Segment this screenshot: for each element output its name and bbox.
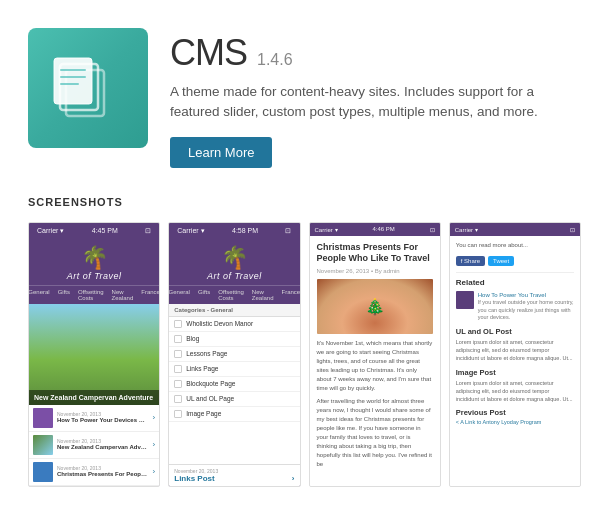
- screenshot-3: Carrier ▾ 4:46 PM ⊡ Christmas Presents F…: [309, 222, 441, 487]
- nav-france-2: France: [282, 289, 300, 301]
- plugin-name: CMS: [170, 32, 247, 74]
- blog-header-bar: Carrier ▾ 4:46 PM ⊡: [310, 223, 440, 236]
- prev-post-link[interactable]: < A Link to Antony Lyoday Program: [456, 419, 574, 425]
- screenshots-label: SCREENSHOTS: [28, 196, 581, 208]
- plugin-version: 1.4.6: [257, 51, 293, 69]
- cat-check-4: [174, 380, 182, 388]
- battery-1: ⊡: [145, 227, 151, 235]
- sidebar-carrier: Carrier ▾: [455, 226, 478, 233]
- nav-france-1: France: [141, 289, 159, 301]
- cat-check-5: [174, 395, 182, 403]
- nav-offsetting-2: Offsetting Costs: [218, 289, 244, 301]
- post-item-1-0: November 20, 2013 How To Power Your Devi…: [29, 405, 159, 432]
- post-arrow-1-0: ›: [153, 413, 156, 422]
- blog-post-title: Christmas Presents For People Who Like T…: [317, 242, 433, 265]
- nav-offsetting-1: Offsetting Costs: [78, 289, 104, 301]
- links-post-section: November 20, 2013 Links Post ›: [169, 464, 299, 486]
- screenshot-2: Carrier ▾ 4:58 PM ⊡ 🌴 Art of Travel Gene…: [168, 222, 300, 487]
- post-arrow-1-2: ›: [153, 467, 156, 476]
- post-info-1-1: November 20, 2013 New Zealand Campervan …: [57, 438, 149, 452]
- nav-nz-1: New Zealand: [112, 289, 134, 301]
- sidebar-battery: ⊡: [570, 226, 575, 233]
- blog-post-content: Christmas Presents For People Who Like T…: [310, 236, 440, 475]
- plugin-description: A theme made for content-heavy sites. In…: [170, 82, 581, 123]
- cat-check-3: [174, 365, 182, 373]
- ul-ol-post-desc: Lorem ipsum dolor sit amet, consectetur …: [456, 338, 574, 363]
- plugin-info: CMS 1.4.6 A theme made for content-heavy…: [170, 28, 581, 168]
- prev-post-title: Previous Post: [456, 408, 574, 417]
- sidebar-top-text: You can read more about...: [456, 241, 574, 250]
- featured-title-1: New Zealand Campervan Adventure: [34, 394, 154, 401]
- post-thumb-1-2: [33, 462, 53, 482]
- palm-tree-icon-2: 🌴: [221, 247, 248, 269]
- plugin-header: CMS 1.4.6 A theme made for content-heavy…: [0, 0, 609, 188]
- sidebar-related-section: Related How To Power You Travel If you t…: [456, 272, 574, 426]
- twitter-share-button[interactable]: Tweet: [488, 256, 514, 266]
- svg-rect-2: [54, 58, 92, 104]
- post-info-1-2: November 20, 2013 Christmas Presents For…: [57, 465, 149, 479]
- phone-nav-1: General Gifts Offsetting Costs New Zeala…: [29, 285, 159, 304]
- category-header: Categories - General: [169, 304, 299, 317]
- learn-more-button[interactable]: Learn More: [170, 137, 272, 168]
- blog-battery: ⊡: [430, 226, 435, 233]
- links-post-arrow: ›: [292, 474, 295, 483]
- related-item-text-0: How To Power You Travel If you travel ou…: [478, 291, 574, 322]
- carrier-2: Carrier ▾: [177, 227, 204, 235]
- image-post-desc: Lorem ipsum dolor sit amet, consectetur …: [456, 379, 574, 404]
- phone-logo-area-1: 🌴 Art of Travel: [29, 239, 159, 285]
- post-info-1-0: November 20, 2013 How To Power Your Devi…: [57, 411, 149, 425]
- nav-nz-2: New Zealand: [252, 289, 274, 301]
- blog-post-meta: November 26, 2013 • By admin: [317, 268, 433, 274]
- cat-check-6: [174, 410, 182, 418]
- post-list-1: November 20, 2013 How To Power Your Devi…: [29, 405, 159, 486]
- nav-general-1: General: [29, 289, 50, 301]
- related-item-0: How To Power You Travel If you travel ou…: [456, 291, 574, 322]
- phone-content-img-1: New Zealand Campervan Adventure: [29, 304, 159, 405]
- content-overlay-1: New Zealand Campervan Adventure: [29, 390, 159, 405]
- blog-post-image: 🎄: [317, 279, 433, 334]
- cat-label-3: Links Page: [186, 365, 218, 372]
- plugin-icon: [28, 28, 148, 148]
- phone-logo-area-2: 🌴 Art of Travel: [169, 239, 299, 285]
- cat-item-3: Links Page: [169, 362, 299, 377]
- cat-item-0: Wholistic Devon Manor: [169, 317, 299, 332]
- cat-label-5: UL and OL Page: [186, 395, 234, 402]
- related-desc-0: If you travel outside your home country,…: [478, 299, 574, 322]
- cat-check-1: [174, 335, 182, 343]
- nav-general-2: General: [169, 289, 190, 301]
- links-post-title: Links Post ›: [174, 474, 294, 483]
- brand-text-2: Art of Travel: [207, 271, 262, 281]
- cat-label-6: Image Page: [186, 410, 221, 417]
- post-title-1-2: Christmas Presents For People Who Like T…: [57, 471, 149, 479]
- post-item-1-1: November 20, 2013 New Zealand Campervan …: [29, 432, 159, 459]
- blog-post-date: November 26, 2013: [317, 268, 370, 274]
- nav-gifts-2: Gifts: [198, 289, 210, 301]
- nav-gifts-1: Gifts: [58, 289, 70, 301]
- post-arrow-1-1: ›: [153, 440, 156, 449]
- ornaments-icon: 🎄: [365, 297, 385, 316]
- cat-label-1: Blog: [186, 335, 199, 342]
- ul-ol-post-title: UL and OL Post: [456, 327, 574, 336]
- blog-post-author: By admin: [375, 268, 400, 274]
- sidebar-content: You can read more about... f Share Tweet…: [450, 236, 580, 431]
- plugin-title-row: CMS 1.4.6: [170, 32, 581, 74]
- cat-label-0: Wholistic Devon Manor: [186, 320, 253, 327]
- time-1: 4:45 PM: [92, 227, 118, 234]
- time-2: 4:58 PM: [232, 227, 258, 234]
- related-title-0: How To Power You Travel: [478, 291, 574, 299]
- facebook-share-button[interactable]: f Share: [456, 256, 485, 266]
- blog-time: 4:46 PM: [372, 226, 394, 233]
- cat-item-5: UL and OL Page: [169, 392, 299, 407]
- cat-item-6: Image Page: [169, 407, 299, 422]
- phone-nav-2: General Gifts Offsetting Costs New Zeala…: [169, 285, 299, 304]
- post-thumb-1-1: [33, 435, 53, 455]
- cat-check-0: [174, 320, 182, 328]
- sidebar-share-buttons: f Share Tweet: [456, 256, 574, 266]
- cat-check-2: [174, 350, 182, 358]
- screenshot-4: Carrier ▾ ⊡ You can read more about... f…: [449, 222, 581, 487]
- post-title-1-1: New Zealand Campervan Adventure: [57, 444, 149, 452]
- related-label: Related: [456, 278, 574, 287]
- blog-carrier: Carrier ▾: [315, 226, 338, 233]
- carrier-1: Carrier ▾: [37, 227, 64, 235]
- brand-text-1: Art of Travel: [67, 271, 122, 281]
